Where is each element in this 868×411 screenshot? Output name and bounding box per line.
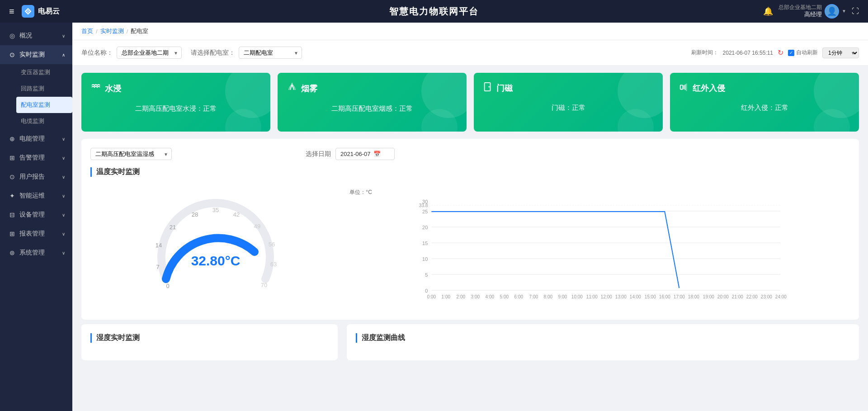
- svg-text:17:00: 17:00: [674, 294, 685, 299]
- temp-monitor-card: 二期高压配电室温湿感 选择日期 2021-06-07 📅 温度实时监测: [81, 139, 859, 320]
- header-logo: 电易云: [22, 5, 60, 18]
- svg-text:7: 7: [156, 264, 159, 270]
- svg-text:14: 14: [155, 242, 161, 249]
- expand-icon[interactable]: ⛶: [852, 7, 859, 15]
- sidebar-item-system[interactable]: ⊛ 系统管理 ∨: [0, 243, 72, 262]
- sidebar-item-energy[interactable]: ⊕ 电能管理 ∨: [0, 129, 72, 148]
- checkbox-display[interactable]: ✓: [788, 50, 794, 56]
- alarm-icon: ⊞: [9, 154, 16, 161]
- calendar-icon: 📅: [373, 151, 381, 157]
- sidebar-item-circuit[interactable]: 回路监测: [16, 80, 72, 97]
- sidebar-label-energy: 电能管理: [19, 135, 45, 143]
- system-icon: ⊛: [9, 249, 16, 256]
- realtime-icon: ⊙: [9, 51, 16, 58]
- hamburger-icon[interactable]: ≡: [9, 6, 14, 17]
- sidebar-label-overview: 概况: [19, 32, 32, 40]
- svg-text:70: 70: [260, 282, 267, 288]
- filter-company: 单位名称： 总部企业基地二期: [81, 47, 182, 59]
- temp-controls: 二期高压配电室温湿感 选择日期 2021-06-07 📅: [90, 148, 850, 160]
- room-select[interactable]: 二期配电室: [239, 47, 302, 59]
- svg-text:12:00: 12:00: [601, 294, 612, 299]
- table-icon: ⊞: [9, 230, 16, 237]
- sidebar-item-overview[interactable]: ◎ 概况 ∨: [0, 26, 72, 45]
- table-arrow-icon: ∨: [62, 231, 65, 236]
- card-title-door: 门磁: [496, 83, 513, 94]
- svg-text:13:00: 13:00: [615, 294, 627, 299]
- status-card-infrared: 红外入侵 红外入侵：正常: [670, 73, 859, 132]
- status-card-door: 门磁 门磁：正常: [474, 73, 663, 132]
- sidebar-item-table[interactable]: ⊞ 报表管理 ∨: [0, 224, 72, 243]
- sidebar-item-alarm[interactable]: ⊞ 告警管理 ∨: [0, 148, 72, 167]
- company-select[interactable]: 总部企业基地二期: [117, 47, 182, 59]
- svg-text:2:00: 2:00: [457, 294, 466, 299]
- svg-text:20: 20: [422, 225, 428, 230]
- bell-icon[interactable]: 🔔: [763, 6, 773, 16]
- svg-text:23:00: 23:00: [761, 294, 772, 299]
- svg-text:28: 28: [191, 211, 198, 218]
- svg-text:15:00: 15:00: [645, 294, 656, 299]
- room-select-wrapper: 二期配电室: [239, 47, 302, 59]
- humidity-curve-card: 湿度监测曲线: [347, 324, 859, 360]
- svg-text:8:00: 8:00: [544, 294, 553, 299]
- svg-point-1: [488, 86, 490, 88]
- svg-text:35: 35: [212, 207, 218, 213]
- energy-icon: ⊕: [9, 135, 16, 142]
- humidity-curve-title: 湿度监测曲线: [356, 333, 850, 343]
- sidebar-item-transformer[interactable]: 变压器监测: [16, 64, 72, 80]
- svg-text:21:00: 21:00: [732, 294, 743, 299]
- sidebar-item-realtime[interactable]: ⊙ 实时监测 ∧: [0, 45, 72, 64]
- chart-unit: 单位：°C: [349, 189, 850, 196]
- page-header: 首页 / 实时监测 / 配电室: [72, 23, 868, 40]
- chevron-down-icon[interactable]: ▼: [842, 9, 846, 14]
- svg-text:10: 10: [422, 256, 428, 262]
- breadcrumb-current: 配电室: [131, 27, 148, 35]
- svg-text:7:00: 7:00: [529, 294, 538, 299]
- sensor-select-wrapper: 二期高压配电室温湿感: [90, 148, 172, 160]
- smoke-icon: [287, 82, 297, 95]
- svg-text:21: 21: [169, 224, 175, 231]
- content-area: 首页 / 实时监测 / 配电室 单位名称： 总部企业基地二期: [72, 23, 868, 411]
- smart-icon: ✦: [9, 192, 16, 199]
- header-title: 智慧电力物联网平台: [389, 5, 479, 18]
- sidebar-item-distribution[interactable]: 配电室监测: [16, 97, 72, 113]
- svg-text:19:00: 19:00: [703, 294, 714, 299]
- refresh-button[interactable]: ↻: [778, 48, 783, 57]
- refresh-label: 刷新时间：: [691, 49, 718, 57]
- svg-text:24:00: 24:00: [775, 294, 787, 299]
- svg-text:3:00: 3:00: [471, 294, 480, 299]
- header-right: 🔔 总部企业基地二期 高经理 👤 ▼ ⛶: [763, 4, 859, 19]
- svg-text:11:00: 11:00: [586, 294, 598, 299]
- date-picker[interactable]: 2021-06-07 📅: [335, 148, 395, 160]
- sensor-select[interactable]: 二期高压配电室温湿感: [90, 148, 172, 160]
- breadcrumb-monitor[interactable]: 实时监测: [100, 27, 124, 35]
- sidebar-item-smart[interactable]: ✦ 智能运维 ∨: [0, 186, 72, 205]
- sidebar-sub-realtime: 变压器监测 回路监测 配电室监测 电缆监测: [0, 64, 72, 129]
- breadcrumb-home[interactable]: 首页: [81, 27, 93, 35]
- sidebar-label-smart: 智能运维: [19, 192, 45, 200]
- sidebar-item-device[interactable]: ⊟ 设备管理 ∨: [0, 205, 72, 224]
- svg-text:56: 56: [268, 241, 274, 248]
- realtime-arrow-icon: ∧: [62, 52, 65, 57]
- svg-text:5:00: 5:00: [500, 294, 509, 299]
- energy-arrow-icon: ∨: [62, 137, 65, 142]
- alarm-arrow-icon: ∨: [62, 156, 65, 161]
- svg-text:20:00: 20:00: [717, 294, 729, 299]
- breadcrumb-sep2: /: [127, 28, 128, 35]
- infrared-icon: [679, 82, 689, 94]
- filter-room: 请选择配电室： 二期配电室: [191, 47, 302, 59]
- sidebar-label-alarm: 告警管理: [19, 154, 45, 162]
- user-text: 总部企业基地二期 高经理: [778, 4, 822, 19]
- svg-text:22:00: 22:00: [746, 294, 758, 299]
- refresh-info: 刷新时间： 2021-06-07 16:55:11 ↻ ✓ 自动刷新 1分钟 5…: [691, 47, 859, 58]
- sidebar-item-report[interactable]: ⊙ 用户报告 ∨: [0, 167, 72, 186]
- card-title-water: 水浸: [105, 83, 121, 94]
- interval-select[interactable]: 1分钟 5分钟: [822, 47, 859, 58]
- sidebar-label-realtime: 实时监测: [19, 51, 45, 59]
- svg-text:14:00: 14:00: [630, 294, 641, 299]
- sidebar-item-cable[interactable]: 电缆监测: [16, 113, 72, 129]
- user-avatar[interactable]: 👤: [825, 4, 839, 19]
- svg-text:0: 0: [425, 288, 428, 293]
- svg-text:4:00: 4:00: [486, 294, 495, 299]
- temperature-section: 二期高压配电室温湿感 选择日期 2021-06-07 📅 温度实时监测: [72, 139, 868, 324]
- gauge-container: 0 7 14 21 28 35: [90, 184, 340, 311]
